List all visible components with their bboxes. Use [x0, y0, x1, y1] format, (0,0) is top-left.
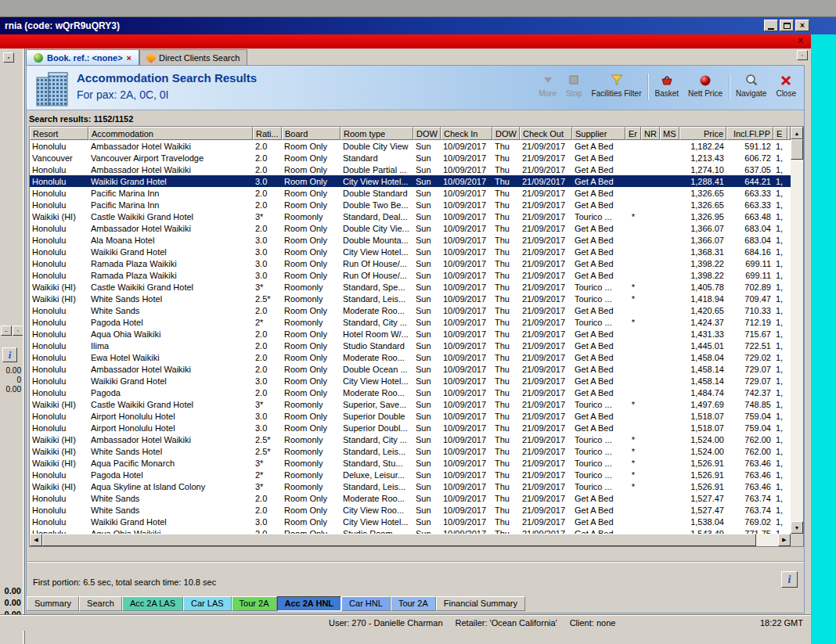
table-row[interactable]: HonoluluAmbassador Hotel Waikiki2.0Room … — [30, 164, 791, 175]
table-row[interactable]: Waikiki (HI)Castle Waikiki Grand Hotel3*… — [30, 281, 791, 293]
bottom-tab-car-hnl[interactable]: Car HNL — [341, 596, 391, 611]
table-row[interactable]: HonoluluWhite Sands2.0Room OnlyModerate … — [30, 492, 791, 504]
panel-splitter[interactable] — [23, 49, 25, 644]
scroll-left-icon[interactable]: ◀ — [30, 534, 42, 546]
close-button[interactable]: Close — [771, 71, 801, 99]
table-row[interactable]: HonoluluPagoda Hotel2*RoomonlyDeluxe, Le… — [30, 469, 791, 480]
table-row[interactable]: HonoluluAqua Ohia Waikiki2.0Room OnlyHot… — [30, 328, 791, 340]
bottom-tab-car-las[interactable]: Car LAS — [183, 596, 232, 611]
table-row[interactable]: HonoluluAmbassador Hotel Waikiki2.0Room … — [30, 140, 791, 152]
column-header[interactable]: Rati... — [253, 127, 282, 140]
column-header[interactable]: Room type — [341, 127, 413, 140]
table-row[interactable]: HonoluluWhite Sands2.0Room OnlyModerate … — [30, 304, 791, 316]
table-row[interactable]: HonoluluWaikiki Grand Hotel3.0Room OnlyC… — [30, 246, 791, 257]
cell — [641, 222, 660, 234]
table-row[interactable]: HonoluluWhite Sands2.0Room OnlyCity View… — [30, 504, 791, 516]
left-collapse-icon[interactable]: – — [1, 326, 12, 336]
maximize-button[interactable] — [780, 20, 794, 31]
table-row[interactable]: HonoluluPagoda Hotel2*RoomonlyStandard, … — [30, 316, 791, 328]
table-row[interactable]: VancouverVancouver Airport Travelodge2.0… — [30, 152, 791, 164]
table-row[interactable]: Waikiki (HI)Aqua Skyline at Island Colon… — [30, 480, 791, 492]
table-row[interactable]: Waikiki (HI)Ambassador Hotel Waikiki2.5*… — [30, 434, 791, 445]
table-row[interactable]: HonoluluRamada Plaza Waikiki3.0Room Only… — [30, 257, 791, 269]
scroll-down-icon[interactable]: ▼ — [791, 521, 803, 534]
vertical-scrollbar[interactable]: ▲ ▼ — [791, 127, 803, 534]
column-header[interactable]: Er — [625, 127, 641, 140]
left-info-button[interactable]: i — [2, 347, 17, 362]
column-header[interactable]: MS — [660, 127, 679, 140]
nett-price-button[interactable]: Nett Price — [683, 71, 727, 99]
column-header[interactable]: Price — [679, 127, 726, 140]
bottom-tab-search[interactable]: Search — [79, 596, 122, 611]
table-row[interactable]: HonoluluPacific Marina Inn2.0Room OnlyDo… — [30, 199, 791, 210]
tab-booking-reference[interactable]: Book. ref.: <none> × — [26, 49, 139, 65]
cell — [641, 422, 660, 434]
column-header[interactable]: DOW — [492, 127, 520, 140]
table-row[interactable]: HonoluluAirport Honolulu Hotel3.0Room On… — [30, 410, 791, 422]
left-restore-icon[interactable]: ▫ — [13, 326, 23, 336]
cell — [660, 246, 679, 257]
table-row[interactable]: HonoluluIlima2.0Room OnlyStudio Standard… — [30, 340, 791, 351]
column-header[interactable]: Incl.Fl.PP — [726, 127, 773, 140]
table-row[interactable]: HonoluluAmbassador Hotel Waikiki2.0Room … — [30, 363, 791, 375]
table-row[interactable]: HonoluluWaikiki Grand Hotel3.0Room OnlyC… — [30, 516, 791, 527]
cell: 21/09/2017 — [520, 480, 572, 492]
table-row[interactable]: Waikiki (HI)Castle Waikiki Grand Hotel3*… — [30, 398, 791, 410]
bottom-tab-acc-2a-hnl[interactable]: Acc 2A HNL — [277, 596, 342, 611]
cell: 1, — [773, 199, 787, 210]
vertical-scroll-thumb[interactable] — [791, 139, 803, 160]
table-row[interactable]: HonoluluAla Moana Hotel3.0Room OnlyDoubl… — [30, 234, 791, 246]
cell: 21/09/2017 — [520, 445, 572, 457]
bottom-tab-tour-2a[interactable]: Tour 2A — [232, 596, 277, 611]
bottom-tab-summary[interactable]: Summary — [27, 596, 79, 611]
table-row[interactable]: Waikiki (HI)Aqua Pacific Monarch3*Roomon… — [30, 457, 791, 469]
minimize-button[interactable] — [764, 20, 778, 31]
column-header[interactable]: Check Out — [520, 127, 572, 140]
table-row[interactable]: HonoluluEwa Hotel Waikiki2.0Room OnlyMod… — [30, 351, 791, 363]
column-header[interactable]: Accommodation — [88, 127, 253, 140]
column-header[interactable]: DOW — [413, 127, 441, 140]
close-window-button[interactable]: × — [795, 20, 809, 31]
facilities-filter-button[interactable]: Facilities Filter — [587, 71, 647, 99]
cell: Double City View — [341, 140, 413, 152]
cell — [641, 152, 660, 164]
table-row[interactable]: HonoluluWaikiki Grand Hotel3.0Room OnlyC… — [30, 175, 791, 187]
cell: 1, — [773, 187, 787, 199]
table-row[interactable]: HonoluluPagoda2.0Room OnlyModerate Roo..… — [30, 387, 791, 398]
table-row[interactable]: Waikiki (HI)White Sands Hotel2.5*Roomonl… — [30, 445, 791, 457]
bottom-tab-tour-2a[interactable]: Tour 2A — [391, 596, 436, 611]
cell — [660, 269, 679, 281]
column-header[interactable]: Check In — [441, 127, 492, 140]
column-header[interactable]: NR — [641, 127, 660, 140]
bottom-tab-acc-2a-las[interactable]: Acc 2A LAS — [122, 596, 183, 611]
info-button[interactable]: i — [781, 571, 798, 588]
tab-close-icon[interactable]: × — [127, 53, 132, 63]
panel-restore-icon[interactable]: ▫ — [797, 50, 808, 60]
navigate-button[interactable]: Navigate — [731, 71, 771, 99]
table-row[interactable]: HonoluluAirport Honolulu Hotel3.0Room On… — [30, 422, 791, 434]
left-panel-toggle-icon[interactable]: ▪ — [3, 52, 14, 63]
basket-button[interactable]: Basket — [650, 71, 683, 99]
column-header[interactable]: Resort — [30, 127, 88, 140]
column-header[interactable]: Board — [282, 127, 341, 140]
bottom-tab-financial-summary[interactable]: Financial Summary — [436, 596, 525, 611]
column-header[interactable]: Supplier — [572, 127, 625, 140]
horizontal-scroll-thumb[interactable] — [42, 534, 756, 546]
cell: 10/09/2017 — [441, 234, 492, 246]
horizontal-scrollbar[interactable]: ◀ ▶ — [30, 534, 791, 546]
column-header[interactable]: E — [773, 127, 787, 140]
table-row[interactable]: HonoluluAmbassador Hotel Waikiki2.0Room … — [30, 222, 791, 234]
banner-close-icon[interactable]: × — [798, 35, 803, 46]
table-row[interactable]: Waikiki (HI)White Sands Hotel2.5*Roomonl… — [30, 293, 791, 304]
cell: 3* — [253, 480, 282, 492]
tab-direct-clients-search[interactable]: Direct Clients Search — [139, 49, 247, 65]
table-row[interactable]: Waikiki (HI)Castle Waikiki Grand Hotel3*… — [30, 210, 791, 222]
cell: 21/09/2017 — [520, 234, 572, 246]
table-row[interactable]: HonoluluPacific Marina Inn2.0Room OnlyDo… — [30, 187, 791, 199]
scroll-up-icon[interactable]: ▲ — [791, 127, 803, 139]
table-row[interactable]: HonoluluRamada Plaza Waikiki3.0Room Only… — [30, 269, 791, 281]
scroll-right-icon[interactable]: ▶ — [778, 534, 791, 546]
cell: White Sands — [88, 504, 253, 516]
table-row[interactable]: HonoluluWaikiki Grand Hotel3.0Room OnlyC… — [30, 375, 791, 387]
table-row[interactable]: HonoluluAqua Ohia Waikiki2.0Room OnlyStu… — [30, 527, 791, 534]
